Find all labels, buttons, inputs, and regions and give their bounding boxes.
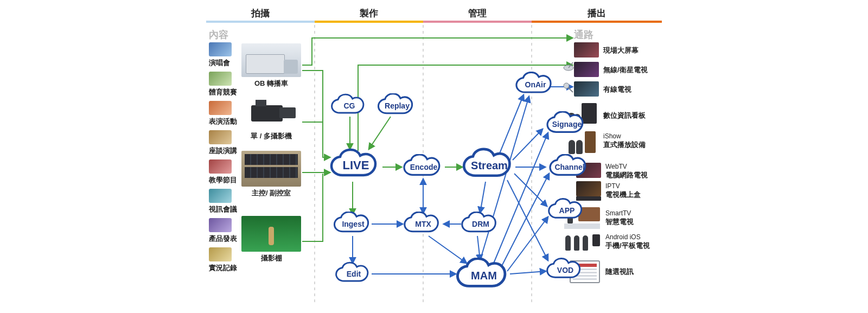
label-smarttv-sub: 智慧電視 bbox=[605, 217, 634, 227]
cloud-encode: Encode bbox=[401, 154, 446, 180]
label-launch: 產品發表 bbox=[209, 234, 237, 244]
label-sports: 體育競賽 bbox=[209, 87, 237, 97]
thumb-concert bbox=[209, 42, 232, 56]
img-camera bbox=[241, 98, 301, 130]
thumb-bigscreen bbox=[574, 42, 599, 58]
thumb-rec bbox=[209, 247, 232, 261]
label-conf: 視訊會議 bbox=[209, 205, 237, 214]
thumb-show bbox=[209, 101, 232, 115]
cloud-live: LIVE bbox=[329, 148, 383, 183]
cap-ob-van: OB 轉播車 bbox=[241, 79, 301, 88]
label-cable: 有線電視 bbox=[603, 85, 631, 94]
cloud-mam: MAM bbox=[455, 258, 513, 293]
img-ob-van bbox=[241, 43, 301, 77]
label-iptv-sub: 電視機上盒 bbox=[605, 190, 641, 200]
label-talk: 座談演講 bbox=[209, 146, 237, 156]
label-show: 表演活動 bbox=[209, 117, 237, 126]
label-webtv-sub: 電腦網路電視 bbox=[605, 170, 648, 180]
label-concert: 演唱會 bbox=[209, 58, 230, 68]
label-webtv: WebTV bbox=[605, 163, 627, 170]
thumb-talk bbox=[209, 130, 232, 144]
cloud-cg: CG bbox=[330, 93, 369, 118]
cloud-stream: Stream bbox=[461, 148, 518, 183]
label-edu: 教學節目 bbox=[209, 175, 237, 185]
satellite-icon bbox=[562, 61, 575, 75]
cap-studio: 攝影棚 bbox=[241, 253, 301, 263]
label-rec: 實況記錄 bbox=[209, 263, 237, 273]
section-title-content: 內容 bbox=[209, 28, 228, 41]
cloud-edit: Edit bbox=[334, 261, 373, 286]
cloud-replay: Replay bbox=[374, 93, 420, 118]
cloud-signage: Signage bbox=[542, 111, 591, 137]
cloud-channel: Channel bbox=[545, 154, 594, 180]
img-studio bbox=[241, 216, 301, 252]
label-ishow: iShow bbox=[603, 132, 621, 140]
label-mobile-sub: 手機/平板電視 bbox=[605, 241, 650, 251]
label-smarttv: SmartTV bbox=[605, 209, 631, 217]
cap-camera: 單 / 多攝影機 bbox=[241, 131, 301, 141]
cloud-vod: VOD bbox=[545, 258, 585, 283]
cloud-app: APP bbox=[547, 198, 587, 223]
section-title-channels: 通路 bbox=[574, 28, 593, 41]
label-mobile: Android iOS bbox=[605, 233, 641, 241]
svg-line-6 bbox=[568, 87, 573, 92]
thumb-mobile bbox=[564, 232, 600, 254]
label-satellite: 無線/衛星電視 bbox=[603, 65, 648, 75]
thumb-edu bbox=[209, 159, 232, 174]
img-control-room bbox=[241, 151, 301, 187]
label-bigscreen: 現場大屏幕 bbox=[603, 46, 639, 55]
label-vod: 隨選視訊 bbox=[605, 267, 634, 277]
cloud-drm: DRM bbox=[460, 212, 501, 237]
thumb-launch bbox=[209, 218, 232, 232]
label-signage: 數位資訊看板 bbox=[603, 111, 646, 120]
mic-icon bbox=[562, 81, 574, 93]
cloud-onair: OnAir bbox=[514, 72, 557, 98]
cap-mcr: 主控/ 副控室 bbox=[241, 188, 301, 198]
label-ishow-sub: 直式播放設備 bbox=[603, 140, 646, 150]
thumb-cable bbox=[574, 81, 599, 97]
cloud-ingest: Ingest bbox=[332, 212, 374, 237]
thumb-sports bbox=[209, 72, 232, 86]
thumb-satellite bbox=[574, 62, 599, 77]
thumb-iptv bbox=[576, 181, 601, 196]
thumb-conf bbox=[209, 189, 232, 203]
cloud-mtx: MTX bbox=[403, 212, 444, 237]
label-iptv: IPTV bbox=[605, 182, 620, 190]
